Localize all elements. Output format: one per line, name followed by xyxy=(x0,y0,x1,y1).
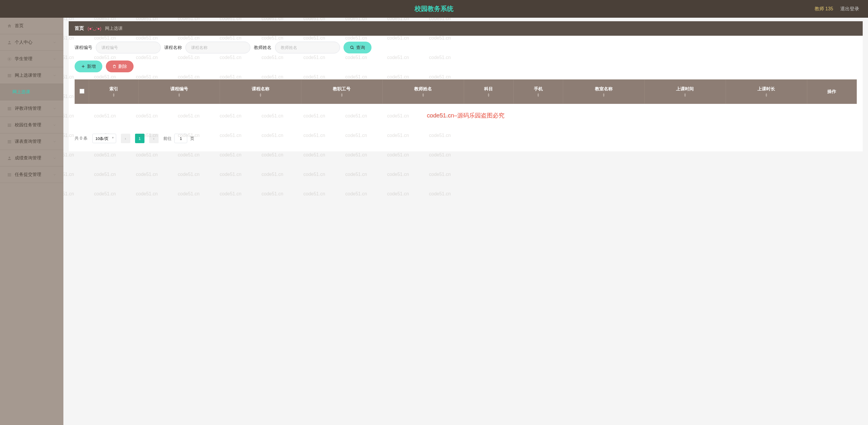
column-header-3[interactable]: 教职工号▲▼ xyxy=(301,80,382,104)
watermark: code51.cn xyxy=(261,191,283,197)
breadcrumb-emoji: (●'◡'●) xyxy=(88,26,101,31)
column-header-9[interactable]: 上课时长▲▼ xyxy=(725,80,807,104)
sidebar-item-label: 首页 xyxy=(15,23,24,29)
sidebar-item-0[interactable]: 首页 xyxy=(0,18,63,34)
select-all-checkbox[interactable] xyxy=(80,89,84,93)
search-row: 课程编号课程名称教师姓名 查询 xyxy=(74,41,857,53)
column-header-0[interactable]: 索引▲▼ xyxy=(89,80,138,104)
watermark: code51.cn xyxy=(94,152,116,158)
sort-icon: ▲▼ xyxy=(647,93,723,97)
watermark: code51.cn xyxy=(220,172,242,177)
sort-icon: ▲▼ xyxy=(91,93,136,97)
column-header-5[interactable]: 科目▲▼ xyxy=(464,80,513,104)
content-panel: 课程编号课程名称教师姓名 查询 新增 删除 索引▲▼课程编号▲▼课程名称▲▼教职… xyxy=(69,36,863,151)
svg-point-18 xyxy=(350,46,353,49)
watermark: code51.cn xyxy=(136,172,158,177)
watermark: code51.cn xyxy=(94,172,116,177)
watermark: code51.cn xyxy=(63,18,74,21)
sidebar-item-8[interactable]: 成绩查询管理 xyxy=(0,150,63,167)
svg-line-19 xyxy=(352,48,353,49)
sort-icon: ▲▼ xyxy=(141,93,217,97)
chevron-down-icon xyxy=(53,107,56,110)
logout-link[interactable]: 退出登录 xyxy=(840,6,859,12)
add-button-label: 新增 xyxy=(87,64,96,69)
sort-icon: ▲▼ xyxy=(304,93,380,97)
sidebar-item-9[interactable]: 任务提交管理 xyxy=(0,167,63,183)
watermark: code51.cn xyxy=(387,152,409,158)
svg-rect-2 xyxy=(8,74,11,75)
list-icon xyxy=(7,123,12,128)
svg-rect-12 xyxy=(8,141,11,142)
chevron-down-icon xyxy=(53,140,56,143)
watermark: code51.cn xyxy=(220,152,242,158)
delete-button[interactable]: 删除 xyxy=(106,60,133,72)
watermark: code51.cn xyxy=(303,172,325,177)
search-input-1[interactable] xyxy=(185,41,250,53)
column-header-6[interactable]: 手机▲▼ xyxy=(513,80,563,104)
prev-page-button[interactable]: ‹ xyxy=(121,134,130,143)
svg-point-1 xyxy=(9,58,10,60)
list-icon xyxy=(7,172,12,177)
list-icon xyxy=(7,73,12,78)
sidebar-item-label: 校园任务管理 xyxy=(15,122,41,128)
column-header-10[interactable]: 操作 xyxy=(807,80,857,104)
sidebar-item-label: 个人中心 xyxy=(15,39,32,45)
header: 校园教务系统 教师 135 退出登录 xyxy=(0,0,868,18)
column-header-8[interactable]: 上课时间▲▼ xyxy=(645,80,726,104)
breadcrumb-home[interactable]: 首页 xyxy=(74,25,84,32)
query-button[interactable]: 查询 xyxy=(343,41,371,53)
svg-rect-9 xyxy=(8,125,11,125)
column-header-1[interactable]: 课程编号▲▼ xyxy=(138,80,220,104)
search-input-2[interactable] xyxy=(275,41,340,53)
chevron-down-icon xyxy=(53,123,56,127)
search-label-2: 教师姓名 xyxy=(254,45,272,51)
sidebar-item-label: 网上选课管理 xyxy=(15,73,41,78)
table-empty-row: code51.cn–源码乐园盗图必究 xyxy=(75,104,857,128)
watermark: code51.cn xyxy=(63,172,74,177)
page-1-button[interactable]: 1 xyxy=(135,134,145,143)
watermark: code51.cn xyxy=(387,191,409,197)
gear-icon xyxy=(7,57,12,61)
column-header-4[interactable]: 教师姓名▲▼ xyxy=(382,80,464,104)
column-checkbox xyxy=(75,80,89,104)
column-header-2[interactable]: 课程名称▲▼ xyxy=(220,80,301,104)
sidebar-item-4[interactable]: 网上选课 xyxy=(0,84,63,101)
search-label-1: 课程名称 xyxy=(164,45,182,51)
sort-icon: ▲▼ xyxy=(565,93,642,97)
search-label-0: 课程编号 xyxy=(74,45,92,51)
watermark: code51.cn xyxy=(178,152,199,158)
watermark: code51.cn xyxy=(387,172,409,177)
breadcrumb-current: 网上选课 xyxy=(105,26,123,31)
svg-rect-16 xyxy=(8,174,11,175)
page-jump-input[interactable] xyxy=(174,134,187,143)
sidebar-item-label: 成绩查询管理 xyxy=(15,155,41,161)
chevron-down-icon xyxy=(53,41,56,44)
sidebar-item-3[interactable]: 网上选课管理 xyxy=(0,67,63,84)
next-page-button[interactable]: › xyxy=(149,134,159,143)
sidebar-item-6[interactable]: 校园任务管理 xyxy=(0,117,63,134)
search-input-0[interactable] xyxy=(96,41,161,53)
watermark: code51.cn xyxy=(387,18,409,21)
watermark: code51.cn xyxy=(303,18,325,21)
delete-button-label: 删除 xyxy=(118,64,127,69)
pagination-total: 共 0 条 xyxy=(74,136,88,141)
sidebar: 首页个人中心学生管理网上选课管理网上选课评教详情管理校园任务管理课表查询管理成绩… xyxy=(0,18,63,425)
sidebar-item-2[interactable]: 学生管理 xyxy=(0,51,63,67)
sidebar-item-7[interactable]: 课表查询管理 xyxy=(0,134,63,150)
sidebar-item-5[interactable]: 评教详情管理 xyxy=(0,101,63,117)
column-header-7[interactable]: 教室名称▲▼ xyxy=(563,80,645,104)
watermark: code51.cn xyxy=(261,152,283,158)
watermark: code51.cn xyxy=(429,172,451,177)
watermark: code51.cn xyxy=(136,18,158,21)
sidebar-item-label: 学生管理 xyxy=(15,56,32,62)
watermark: code51.cn xyxy=(345,172,367,177)
sidebar-item-label: 评教详情管理 xyxy=(15,106,41,111)
svg-rect-3 xyxy=(8,75,11,76)
plus-icon xyxy=(81,64,85,68)
chevron-down-icon xyxy=(53,74,56,77)
sidebar-item-1[interactable]: 个人中心 xyxy=(0,34,63,51)
svg-rect-15 xyxy=(8,173,11,174)
add-button[interactable]: 新增 xyxy=(74,60,102,72)
header-right: 教师 135 退出登录 xyxy=(815,6,859,12)
page-size-select[interactable]: 10条/页 xyxy=(92,134,116,143)
